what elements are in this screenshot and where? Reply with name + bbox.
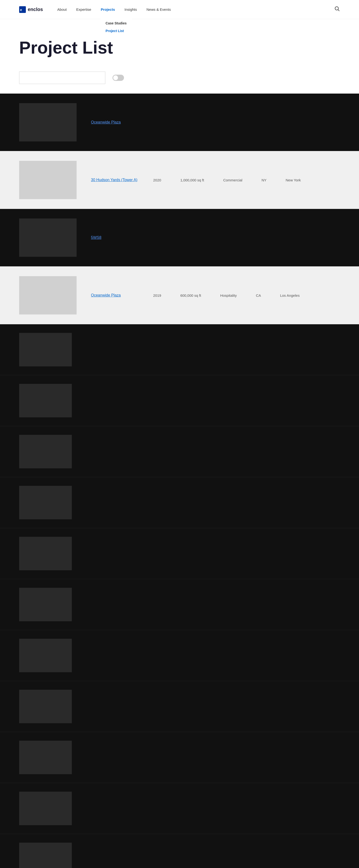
project-thumbnail-sm: [19, 333, 72, 366]
project-name[interactable]: Oceanwide Plaza: [91, 293, 139, 298]
logo-icon: e: [19, 6, 26, 13]
project-row-extra: [0, 477, 359, 528]
project-name[interactable]: Oceanwide Plaza: [91, 120, 139, 124]
header: e enclos About Expertise Projects Case S…: [0, 0, 359, 19]
project-thumbnail-sm: [19, 435, 72, 468]
extra-projects: [0, 324, 359, 868]
main-nav: About Expertise Projects Case Studies Pr…: [57, 7, 335, 11]
page-title-section: Project List: [0, 19, 359, 71]
project-thumbnail: [19, 218, 77, 257]
project-row-extra: [0, 375, 359, 426]
project-row-extra: [0, 426, 359, 477]
project-city: Los Angeles: [280, 293, 300, 298]
project-row-extra: [0, 324, 359, 375]
project-row: 5WS8: [0, 209, 359, 267]
logo-text: enclos: [28, 7, 43, 12]
toggle-track[interactable]: [113, 75, 124, 81]
project-list: Oceanwide Plaza 30 Hudson Yards (Tower A…: [0, 94, 359, 868]
project-row-extra: [0, 681, 359, 732]
project-row-extra: [0, 579, 359, 630]
project-row-extra: [0, 630, 359, 681]
project-type: Hospitality: [220, 293, 237, 298]
filter-bar: [0, 71, 359, 94]
project-sqft: 1,000,000 sq ft: [180, 178, 204, 182]
project-thumbnail-sm: [19, 639, 72, 672]
project-info: 30 Hudson Yards (Tower A) 2020 1,000,000…: [91, 178, 340, 182]
dropdown-case-studies[interactable]: Case Studies: [101, 20, 132, 27]
project-name[interactable]: 30 Hudson Yards (Tower A): [91, 178, 139, 182]
project-year: 2020: [153, 178, 161, 182]
project-name[interactable]: 5WS8: [91, 236, 139, 240]
svg-point-2: [335, 7, 338, 10]
search-icon[interactable]: [335, 6, 340, 13]
project-thumbnail-sm: [19, 588, 72, 621]
svg-line-3: [338, 10, 339, 11]
project-thumbnail: [19, 161, 77, 199]
project-info: Oceanwide Plaza 2019 600,000 sq ft Hospi…: [91, 293, 340, 298]
nav-expertise[interactable]: Expertise: [76, 7, 91, 11]
project-meta: 2020 1,000,000 sq ft Commercial NY New Y…: [153, 178, 301, 182]
logo[interactable]: e enclos: [19, 6, 43, 13]
project-thumbnail-sm: [19, 792, 72, 825]
project-info: Oceanwide Plaza: [91, 120, 340, 124]
project-sqft: 600,000 sq ft: [180, 293, 201, 298]
project-row-extra: [0, 528, 359, 579]
project-thumbnail-sm: [19, 537, 72, 570]
project-row: Oceanwide Plaza 2019 600,000 sq ft Hospi…: [0, 267, 359, 324]
project-state: CA: [256, 293, 261, 298]
project-meta: 2019 600,000 sq ft Hospitality CA Los An…: [153, 293, 300, 298]
project-row: Oceanwide Plaza: [0, 94, 359, 151]
project-thumbnail-sm: [19, 384, 72, 417]
project-type: Commercial: [223, 178, 242, 182]
project-row-extra: [0, 834, 359, 868]
project-year: 2019: [153, 293, 161, 298]
project-thumbnail-sm: [19, 486, 72, 519]
search-input[interactable]: [19, 71, 105, 84]
project-thumbnail-sm: [19, 843, 72, 868]
project-thumbnail: [19, 276, 77, 314]
project-thumbnail-sm: [19, 690, 72, 723]
project-info: 5WS8: [91, 236, 340, 240]
nav-projects[interactable]: Projects Case Studies Project List: [101, 7, 115, 11]
project-state: NY: [262, 178, 267, 182]
toggle-thumb: [113, 75, 118, 80]
page-title: Project List: [19, 38, 340, 57]
projects-dropdown: Case Studies Project List: [101, 17, 132, 37]
project-row: 30 Hudson Yards (Tower A) 2020 1,000,000…: [0, 151, 359, 209]
nav-about[interactable]: About: [57, 7, 66, 11]
project-row-extra: [0, 783, 359, 834]
nav-news-events[interactable]: News & Events: [147, 7, 171, 11]
project-thumbnail-sm: [19, 741, 72, 774]
toggle-switch[interactable]: [113, 75, 124, 81]
nav-insights[interactable]: Insights: [124, 7, 137, 11]
project-city: New York: [286, 178, 301, 182]
project-row-extra: [0, 732, 359, 783]
project-thumbnail: [19, 103, 77, 142]
dropdown-project-list[interactable]: Project List: [101, 27, 132, 35]
svg-text:e: e: [20, 8, 22, 12]
